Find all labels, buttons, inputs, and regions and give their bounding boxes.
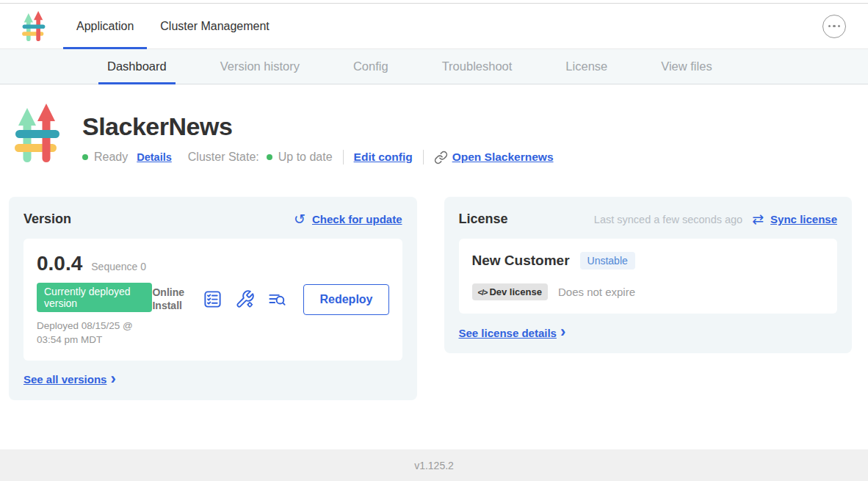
see-license-details-link: See license details xyxy=(459,327,557,339)
check-for-update[interactable]: ↺ Check for update xyxy=(294,212,402,226)
ellipsis-icon xyxy=(828,25,831,28)
sync-arrows-icon: ⇄ xyxy=(752,212,764,226)
subnav-config[interactable]: Config xyxy=(344,49,397,84)
check-for-update-link: Check for update xyxy=(312,213,402,225)
app-status-dot-icon xyxy=(82,154,88,160)
subnav-dashboard[interactable]: Dashboard xyxy=(98,49,176,84)
app-hero: SlackerNews Ready Details Cluster State:… xyxy=(0,84,868,164)
divider xyxy=(423,150,424,164)
license-expiry-text: Does not expire xyxy=(558,286,635,298)
license-panel: New Customer Unstable </> Dev license Do… xyxy=(459,239,838,314)
view-logs-icon[interactable] xyxy=(267,289,287,309)
version-sequence: Sequence 0 xyxy=(91,261,146,272)
channel-badge: Unstable xyxy=(580,252,635,270)
divider xyxy=(343,150,344,164)
replicated-app-logo-icon xyxy=(22,10,46,42)
edit-config-link[interactable]: Edit config xyxy=(354,151,413,164)
primary-tabs: Application Cluster Management xyxy=(63,4,283,48)
version-card-title: Version xyxy=(23,211,71,227)
open-app-link[interactable]: Open Slackernews xyxy=(434,151,554,164)
tab-cluster-management-label: Cluster Management xyxy=(160,20,270,33)
tab-cluster-management[interactable]: Cluster Management xyxy=(147,4,283,48)
version-number: 0.0.4 xyxy=(37,252,82,275)
cluster-state-label: Cluster State: xyxy=(188,151,259,164)
see-license-details[interactable]: See license details › xyxy=(459,325,838,340)
app-subnav: Dashboard Version history Config Trouble… xyxy=(0,49,868,84)
deployed-timestamp: Deployed 08/15/25 @ 03:54 pm MDT xyxy=(37,319,152,347)
preflight-checks-icon[interactable] xyxy=(203,289,223,309)
configure-tools-icon[interactable] xyxy=(235,289,255,309)
redeploy-button[interactable]: Redeploy xyxy=(303,284,388,315)
install-type-label: Online Install xyxy=(152,286,190,312)
chain-link-icon xyxy=(434,151,448,164)
chevron-right-icon: › xyxy=(110,371,115,387)
chevron-right-icon: › xyxy=(560,324,565,340)
license-card-title: License xyxy=(459,211,508,227)
console-version: v1.125.2 xyxy=(414,460,454,471)
tab-application-label: Application xyxy=(76,20,134,33)
status-details-link[interactable]: Details xyxy=(137,151,172,163)
cluster-state-dot-icon xyxy=(267,154,272,160)
tab-application[interactable]: Application xyxy=(63,4,147,48)
customer-name: New Customer xyxy=(472,253,570,269)
console-footer: v1.125.2 xyxy=(0,449,868,481)
see-all-versions[interactable]: See all versions › xyxy=(23,372,402,387)
current-version-panel: 0.0.4 Sequence 0 Currently deployed vers… xyxy=(23,239,402,361)
subnav-license[interactable]: License xyxy=(557,49,616,84)
subnav-troubleshoot[interactable]: Troubleshoot xyxy=(433,49,521,84)
last-synced-text: Last synced a few seconds ago xyxy=(594,214,742,225)
subnav-version-history[interactable]: Version history xyxy=(211,49,308,84)
page: Application Cluster Management Dashboard… xyxy=(0,0,868,481)
sync-license-link[interactable]: Sync license xyxy=(770,213,837,225)
overflow-menu-button[interactable] xyxy=(822,15,846,38)
deployed-badge: Currently deployed version xyxy=(37,283,152,312)
cluster-state-text: Up to date xyxy=(278,151,333,164)
refresh-icon: ↺ xyxy=(294,212,305,226)
license-card: License Last synced a few seconds ago ⇄ … xyxy=(444,197,853,353)
see-all-versions-link: See all versions xyxy=(23,373,106,386)
license-type-badge: </> Dev license xyxy=(472,283,548,300)
version-card: Version ↺ Check for update 0.0.4 Sequenc… xyxy=(9,197,417,400)
slackernews-logo-icon xyxy=(15,102,60,164)
app-header: Application Cluster Management xyxy=(0,4,868,49)
code-icon: </> xyxy=(478,288,488,297)
app-status-row: Ready Details Cluster State: Up to date … xyxy=(82,150,554,164)
subnav-view-files[interactable]: View files xyxy=(652,49,720,84)
dashboard-main: SlackerNews Ready Details Cluster State:… xyxy=(0,84,868,400)
dashboard-cards: Version ↺ Check for update 0.0.4 Sequenc… xyxy=(0,164,868,400)
app-title: SlackerNews xyxy=(82,112,554,141)
app-status-text: Ready xyxy=(94,151,128,164)
